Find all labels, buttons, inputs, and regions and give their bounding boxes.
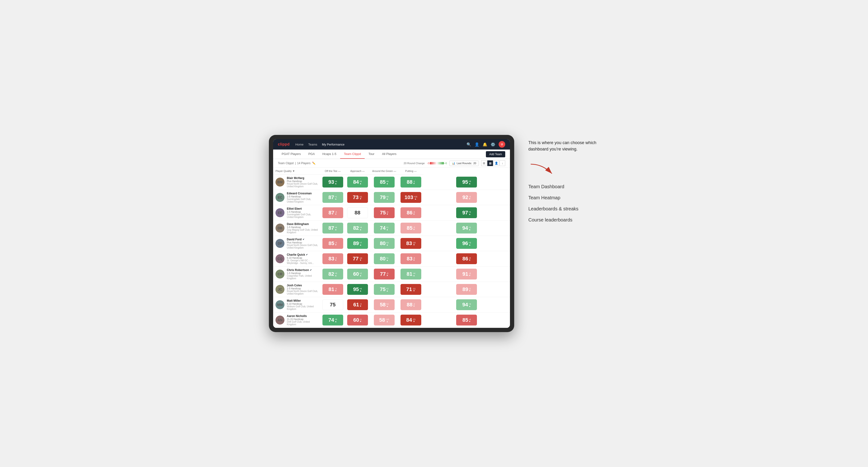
view-grid-button[interactable]: ⊞ — [481, 160, 487, 166]
add-team-button[interactable]: Add Team — [486, 151, 505, 157]
score-change: +3▲ — [386, 242, 389, 246]
score-box: 80 +3▲ — [374, 238, 395, 249]
player-club: Craigmillar Park, United Kingdom — [287, 275, 318, 280]
player-handicap: 1-5 Handicap — [287, 226, 318, 228]
table-row[interactable]: EE Elliot Ebert 1-5 Handicap Sunningdale… — [273, 205, 510, 220]
score-value: 83 — [329, 256, 334, 262]
col-around-green[interactable]: Around the Green — — [370, 168, 399, 175]
score-value: 75 — [380, 286, 385, 292]
score-value: 94 — [462, 302, 468, 308]
last-rounds-label: Last Rounds: — [457, 162, 472, 165]
score-change: +2▲ — [386, 288, 389, 292]
player-name: Josh Coles — [287, 284, 318, 287]
player-info: Aaron Nicholls 11-15 Handicap Drift Golf… — [287, 314, 318, 326]
annotation-item-2: Leaderboards & streaks — [528, 206, 599, 212]
score-box: 86 -8▼ — [456, 253, 477, 264]
score-box: 87 +1▲ — [322, 192, 343, 203]
score-value: 88 — [354, 210, 360, 216]
score-cell: 77 -14▼ — [345, 251, 370, 267]
player-club: Royal North Devon Golf Club, United King… — [287, 183, 318, 188]
score-value: 82 — [353, 225, 359, 231]
table-row[interactable]: BM Blair McHarg Plus Handicap Royal Nort… — [273, 175, 510, 190]
tab-all-players[interactable]: All Players — [378, 150, 400, 159]
nav-link-home[interactable]: Home — [295, 143, 304, 146]
score-value: 103 — [404, 194, 413, 200]
tab-team-clippd[interactable]: Team Clippd — [340, 150, 365, 159]
tab-hcaps[interactable]: Hcaps 1-5 — [319, 150, 340, 159]
last-rounds-icon: 📊 — [452, 162, 455, 165]
score-change: +4▲ — [335, 181, 337, 185]
score-cell: 86 -6▼ — [399, 205, 423, 220]
table-row[interactable]: CR Chris Robertson ✔ 1-5 Handicap Craigm… — [273, 267, 510, 282]
score-box: 82 +3▲ — [322, 269, 343, 280]
search-icon[interactable]: 🔍 — [467, 142, 471, 147]
col-approach[interactable]: Approach — — [345, 168, 370, 175]
score-cell: 84 -21▼ — [399, 312, 423, 328]
table-row[interactable]: DB Dave Billingham 1-5 Handicap Gog Mago… — [273, 220, 510, 236]
player-avatar: MM — [276, 300, 284, 309]
settings-icon[interactable]: ⚙️ — [491, 142, 495, 147]
score-box: 85 -4▼ — [456, 315, 477, 325]
score-value: 75 — [380, 210, 385, 216]
col-putting[interactable]: Putting — — [399, 168, 423, 175]
view-person-button[interactable]: 👤 — [493, 160, 499, 166]
score-cell: 84 +6▲ — [345, 175, 370, 190]
score-box: 77 -3▼ — [374, 269, 395, 280]
tabs: PGAT Players PGA Hcaps 1-5 Team Clippd T… — [278, 150, 400, 159]
people-icon[interactable]: 👤 — [474, 142, 479, 147]
table-row[interactable]: DF David Ford ✔ Plus Handicap Royal Nort… — [273, 236, 510, 251]
nav-link-teams[interactable]: Teams — [308, 143, 317, 146]
tab-tour[interactable]: Tour — [365, 150, 378, 159]
tab-pgat-players[interactable]: PGAT Players — [278, 150, 305, 159]
player-info: Dave Billingham 1-5 Handicap Gog Magog G… — [287, 222, 318, 234]
table-row[interactable]: JC Josh Coles 1-5 Handicap Royal North D… — [273, 282, 510, 297]
score-box: 80 +1▲ — [374, 253, 395, 264]
col-off-tee[interactable]: Off the Tee — — [320, 168, 345, 175]
player-cell: CR Chris Robertson ✔ 1-5 Handicap Craigm… — [273, 267, 320, 282]
table-row[interactable]: MM Matt Miller 6-10 Handicap Woburn Golf… — [273, 297, 510, 312]
table-row[interactable]: CQ Charlie Quick ✔ 6-10 Handicap St. Geo… — [273, 251, 510, 267]
score-value: 79 — [380, 194, 385, 200]
avatar[interactable]: U — [499, 141, 505, 148]
score-cell: 85 -3▼ — [320, 236, 345, 251]
score-change: -3▼ — [335, 211, 337, 215]
score-change: -10▼ — [412, 242, 415, 246]
player-info: Elliot Ebert 1-5 Handicap Sunningdale Go… — [287, 207, 318, 218]
heatmap-bar: -5 +5 — [427, 162, 447, 165]
player-cell: CQ Charlie Quick ✔ 6-10 Handicap St. Geo… — [273, 251, 320, 267]
tablet-frame: clippd Home Teams My Performance 🔍 👤 🔔 ⚙… — [269, 135, 514, 332]
nav-link-performance[interactable]: My Performance — [322, 143, 344, 146]
table-row[interactable]: EC Edward Crossman 1-5 Handicap Sunningd… — [273, 190, 510, 205]
score-box: 81 -3▼ — [322, 284, 343, 295]
score-cell: 81 -3▼ — [320, 282, 345, 297]
score-cell: 94 +3▲ — [423, 297, 510, 312]
player-club: St. George's Hill GC - Weybridge - Surre… — [287, 259, 318, 264]
score-value: 84 — [353, 179, 359, 185]
score-change: +1▲ — [335, 196, 337, 200]
score-value: 81 — [407, 271, 412, 277]
score-box: 79 +9▲ — [374, 192, 395, 203]
table-row[interactable]: AN Aaron Nicholls 11-15 Handicap Drift G… — [273, 312, 510, 328]
score-box: 86 -6▼ — [401, 207, 421, 218]
score-change: -4▼ — [469, 318, 471, 323]
player-club: Royal North Devon Golf Club, United King… — [287, 290, 318, 295]
bell-icon[interactable]: 🔔 — [483, 142, 487, 147]
score-change: +7▲ — [360, 242, 362, 246]
score-value: 85 — [463, 317, 468, 323]
score-box: 85 -3▼ — [401, 223, 421, 234]
col-player-quality[interactable]: Player Quality ▼ — [273, 168, 320, 175]
edit-icon[interactable]: ✏️ — [312, 161, 316, 165]
tab-pga[interactable]: PGA — [305, 150, 318, 159]
score-cell: 88 -1▼ — [399, 175, 423, 190]
last-rounds-button[interactable]: 📊 Last Rounds: 20 — [450, 161, 479, 166]
player-cell: AN Aaron Nicholls 11-15 Handicap Drift G… — [273, 312, 320, 328]
view-download-button[interactable]: ↓ — [500, 160, 505, 166]
score-box: 85 +8▲ — [374, 177, 395, 187]
score-value: 89 — [463, 286, 468, 292]
score-box: 58 +10▲ — [374, 315, 395, 325]
player-avatar: JC — [276, 285, 284, 294]
view-heatmap-button[interactable]: ▦ — [487, 160, 493, 166]
verified-icon: ✔ — [306, 253, 308, 256]
round-change-label: 20 Round Change — [404, 162, 425, 165]
player-handicap: Plus Handicap — [287, 241, 318, 244]
